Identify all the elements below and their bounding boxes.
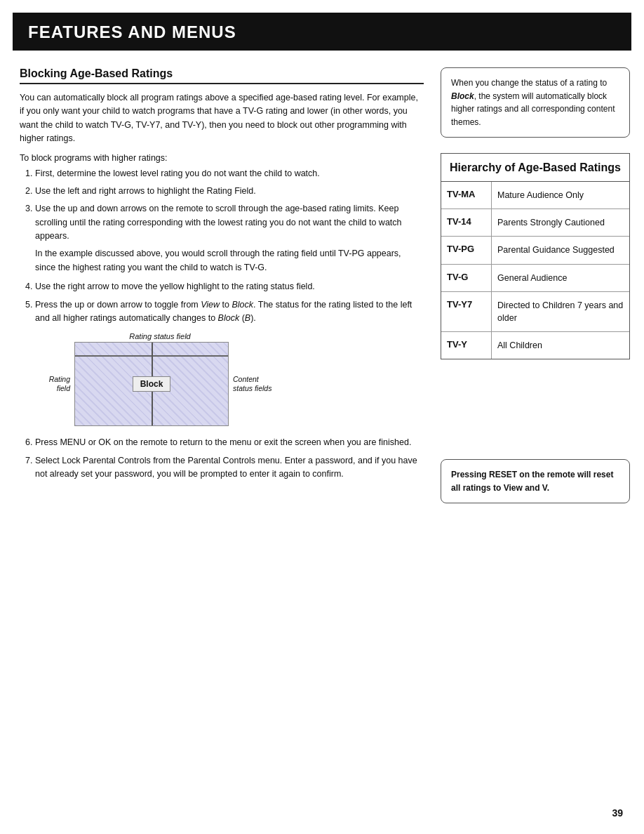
rating-desc: Mature Audience Only [492, 182, 589, 208]
rating-code: TV-14 [441, 209, 492, 236]
rating-desc: Parental Guidance Suggested [492, 237, 620, 263]
step-4: Use the right arrow to move the yellow h… [35, 280, 424, 293]
rating-desc: Parents Strongly Cautioned [492, 209, 610, 236]
rating-code: TV-Y7 [441, 292, 492, 331]
table-row: TV-Y7 Directed to Children 7 years and o… [441, 292, 629, 332]
rating-desc: Directed to Children 7 years and older [492, 292, 629, 331]
table-row: TV-PG Parental Guidance Suggested [441, 237, 629, 264]
section-heading: Blocking Age-Based Ratings [20, 67, 424, 84]
intro-paragraph-1: You can automatically block all program … [20, 91, 424, 146]
step-6: Press MENU or OK on the remote to return… [35, 436, 424, 449]
rating-code: TV-Y [441, 332, 492, 359]
step-3-note: In the example discussed above, you woul… [35, 247, 424, 274]
page-title: FEATURES AND MENUS [28, 22, 236, 41]
table-row: TV-MA Mature Audience Only [441, 182, 629, 209]
left-column: Blocking Age-Based Ratings You can autom… [20, 67, 424, 503]
diagram-left-label: Rating field [41, 375, 70, 394]
hierarchy-header: Hierarchy of Age-Based Ratings [441, 154, 629, 182]
rating-code: TV-MA [441, 182, 492, 208]
diagram-box: Block [74, 342, 229, 426]
diagram-block-label: Block [133, 376, 171, 392]
callout-box-1: When you change the status of a rating t… [441, 67, 630, 138]
rating-desc: All Children [492, 332, 548, 359]
hierarchy-table: Hierarchy of Age-Based Ratings TV-MA Mat… [441, 153, 630, 359]
hierarchy-title: Hierarchy of Age-Based Ratings [450, 161, 621, 176]
step-7: Select Lock Parental Controls from the P… [35, 454, 424, 482]
steps-list: First, determine the lowest level rating… [20, 167, 424, 326]
table-row: TV-G General Audience [441, 265, 629, 292]
step-1: First, determine the lowest level rating… [35, 167, 424, 180]
page-number: 39 [612, 807, 623, 819]
rating-desc: General Audience [492, 265, 572, 291]
step-2: Use the left and right arrows to highlig… [35, 185, 424, 198]
table-row: TV-14 Parents Strongly Cautioned [441, 209, 629, 237]
diagram-right-label: Content status fields [233, 375, 275, 394]
right-column: When you change the status of a rating t… [441, 67, 630, 503]
steps-label: To block programs with higher ratings: [20, 153, 424, 163]
rating-code: TV-G [441, 265, 492, 291]
diagram-top-label: Rating status field [41, 332, 279, 340]
step-5: Press the up or down arrow to toggle fro… [35, 298, 424, 326]
step-3: Use the up and down arrows on the remote… [35, 202, 424, 274]
rating-code: TV-PG [441, 237, 492, 263]
diagram-container: Rating status field Rating field Block C… [41, 332, 279, 426]
page-header: FEATURES AND MENUS [13, 13, 631, 51]
table-row: TV-Y All Children [441, 332, 629, 359]
callout-box-2: Pressing RESET on the remote will reset … [441, 459, 630, 503]
steps-after-list: Press MENU or OK on the remote to return… [20, 436, 424, 481]
